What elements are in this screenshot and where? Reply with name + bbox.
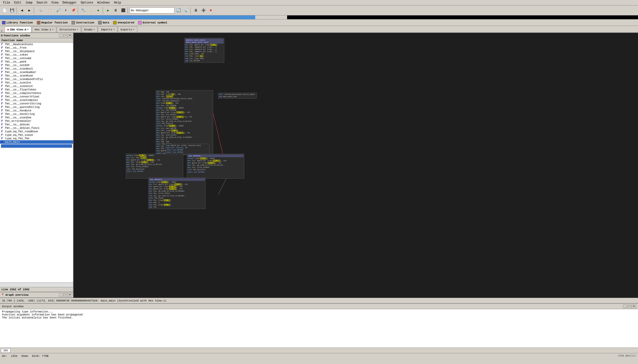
function-list-item[interactable]: ffmt__ss__SkipSpace (0, 50, 73, 53)
tab-structures[interactable]: Structures ✖ (57, 26, 81, 32)
function-list-item[interactable]: ffmt__ss__scanBasePrefix (0, 78, 73, 81)
toolbar-btn12[interactable]: 📡 (182, 7, 190, 14)
functions-minimize[interactable]: _ (59, 34, 63, 37)
block-line: mov edi, 1 (149, 202, 205, 204)
function-name: fmt__ss__scanInt (5, 81, 32, 84)
menu-windows[interactable]: Windows (96, 0, 112, 5)
function-list-item[interactable]: ffmt__ss__floatToken (0, 88, 73, 92)
output-content[interactable]: Propagating type information... Function… (0, 309, 638, 348)
function-list-item[interactable]: ffmt__ss__scanRune (0, 74, 73, 78)
toolbar-btn10[interactable]: ● (95, 7, 102, 14)
toolbar-btn7[interactable]: 📌 (70, 7, 77, 14)
function-list-item[interactable]: ffmt__ss__notEOF (0, 64, 73, 67)
graph-block-left-lower[interactable]: movups [rsp+var_30], xmm15 mov rcx, own_… (126, 154, 183, 179)
tab-imports[interactable]: Imports ✖ (98, 26, 118, 32)
toolbar-btn11[interactable]: 🔄 (175, 7, 182, 14)
function-list[interactable]: ffmt__NewScanStateffmt__ss__freeffmt__ss… (0, 42, 73, 282)
output-float[interactable]: □ (628, 305, 632, 308)
toolbar-btn8[interactable]: 🔧 (80, 7, 87, 14)
toolbar-btn14[interactable]: ➕ (200, 7, 207, 14)
debug-dropdown[interactable]: No debugger (130, 8, 174, 14)
toolbar-close[interactable]: ✖ (207, 7, 214, 14)
function-list-item[interactable]: ffmt__ss__scanNumber (0, 70, 73, 74)
function-icon: f (1, 81, 4, 84)
function-list-item[interactable]: ffmt_errorHandler (0, 119, 73, 123)
function-name: fmt__ss__scanComplex (5, 99, 38, 102)
function-list-item[interactable]: ftype_eq_fmt_fmt (0, 137, 73, 140)
toolbar-btn3[interactable]: 🔍 (36, 7, 45, 14)
function-list-item[interactable]: ffmt__ss__convertFloat (0, 95, 73, 98)
block-line: lea rax, go_itab_os_File_io_Writer (156, 120, 212, 122)
tab-ida-view[interactable]: ◆ IDA View-A ✖ (4, 26, 32, 32)
toolbar-play[interactable]: ▶ (105, 7, 112, 14)
function-list-item[interactable]: ffmt__ss__scanOne (0, 116, 73, 119)
menu-edit[interactable]: Edit (12, 0, 24, 5)
functions-float[interactable]: □ (64, 34, 68, 37)
toolbar-btn5[interactable]: 🔎 (55, 7, 62, 14)
toolbar-new[interactable]: 📄 (1, 7, 8, 14)
functions-close[interactable]: ✖ (68, 34, 72, 37)
toolbar-btn6[interactable]: ⬇ (62, 7, 69, 14)
graph-block-right-lower[interactable]: loc_497925: movups [rsp+var_68], xmm15 m… (187, 154, 244, 179)
menu-help[interactable]: Help (112, 0, 123, 5)
menu-jump[interactable]: Jump (24, 0, 35, 5)
function-list-item[interactable]: ffmt__ss__hexByte (0, 109, 73, 112)
tab-enums[interactable]: Enums ✖ (82, 26, 98, 32)
block-line: mov rax, go_itab_os_File_io_Writer (126, 164, 182, 166)
toolbar-btn9[interactable]: ⚠ (87, 7, 94, 14)
menu-options[interactable]: Options (79, 0, 95, 5)
graph-block-bottom[interactable]: loc_497A71: movups [rsp+var_58], xmm15 m… (148, 178, 206, 209)
tab-structures-close[interactable]: ✖ (77, 28, 78, 31)
toolbar-btn4[interactable]: 📋 (45, 7, 54, 14)
graph-float[interactable]: □ (64, 293, 68, 297)
function-list-item[interactable]: ffmt__ss__free (0, 46, 73, 50)
output-minimize[interactable]: _ (623, 305, 627, 308)
graph-area[interactable]: T F public main_mainmain_main proc near … (74, 33, 638, 298)
graph-minimize[interactable]: _ (59, 293, 63, 297)
tab-ida-close[interactable]: ✖ (28, 28, 29, 31)
tab-exports-close[interactable]: ✖ (133, 28, 134, 31)
tab-hex-close[interactable]: ✖ (52, 28, 53, 31)
output-tab-idc[interactable]: IDC (1, 348, 10, 353)
function-list-item[interactable]: ffmt__ss__peek (0, 60, 73, 64)
function-list-item[interactable]: ffmt__ss__consume (0, 56, 73, 60)
function-list-item[interactable]: ffmt__ss__scanBool (0, 67, 73, 70)
func-scrollbar-h[interactable] (0, 282, 73, 287)
function-list-item[interactable]: ffmt__ss__token (0, 53, 73, 56)
function-list-item[interactable]: ftype_eq_fmt_readRune (0, 130, 73, 133)
function-list-item[interactable]: ffmt__ss__scanComplex (0, 98, 73, 102)
toolbar-back[interactable]: ◀ (18, 7, 26, 14)
toolbar-stop[interactable]: ⬛ (120, 7, 126, 14)
output-header: Output window _ □ ✖ (0, 304, 638, 309)
graph-block-main-header[interactable]: public main_mainmain_main proc near mov … (184, 38, 224, 63)
graph-close[interactable]: ✖ (68, 293, 72, 297)
menu-view[interactable]: View (49, 0, 60, 5)
tab-imports-close[interactable]: ✖ (114, 28, 115, 31)
tab-hex-view[interactable]: Hex View-1 ✖ (32, 26, 56, 32)
graph-block-cmp[interactable]: cmp dword ptr [rdx], ecx(ecx,ecx) byte p… (166, 144, 209, 154)
function-list-item[interactable]: ffmt__ss__scanInt (0, 81, 73, 84)
function-list-item[interactable]: ffmt__ss__quotedString (0, 106, 73, 109)
function-list-item[interactable]: ffmt__ss__hexString (0, 112, 73, 116)
function-list-item[interactable]: ffmt__ss__scanUint (0, 84, 73, 88)
function-list-item[interactable]: ftype_eq_fmt_ssave (0, 133, 73, 137)
menu-debugger[interactable]: Debugger (60, 0, 79, 5)
toolbar-fwd[interactable]: ▶ (26, 7, 33, 14)
function-list-item[interactable]: fmain_main (0, 140, 73, 144)
function-list-item[interactable]: ffmt__ss__doScan (0, 123, 73, 126)
function-list-item[interactable]: ffmt__ss__complexTokens (0, 92, 73, 95)
toolbar-save[interactable]: 💾 (8, 7, 16, 14)
toolbar-pause[interactable]: ⏸ (112, 7, 119, 14)
menu-file[interactable]: File (1, 0, 12, 5)
function-list-item[interactable]: ffmt__ss__convertString (0, 102, 73, 106)
function-name: fmt__ss__complexTokens (5, 92, 41, 95)
toolbar-btn13[interactable]: 🖥 (192, 7, 200, 14)
tab-exports[interactable]: Exports ✖ (118, 26, 137, 32)
function-list-item[interactable]: ffmt__NewScanState (0, 42, 73, 46)
output-close[interactable]: ✖ (632, 305, 636, 308)
tab-enums-close[interactable]: ✖ (94, 28, 95, 31)
function-icon: f (1, 46, 4, 49)
function-list-item[interactable]: ffmt__ss__doScan_func1 (0, 126, 73, 130)
menu-search[interactable]: Search (34, 0, 49, 5)
graph-block-runtime[interactable]: call runtime_morestack_noctxt_abi0 jmp m… (218, 93, 257, 99)
